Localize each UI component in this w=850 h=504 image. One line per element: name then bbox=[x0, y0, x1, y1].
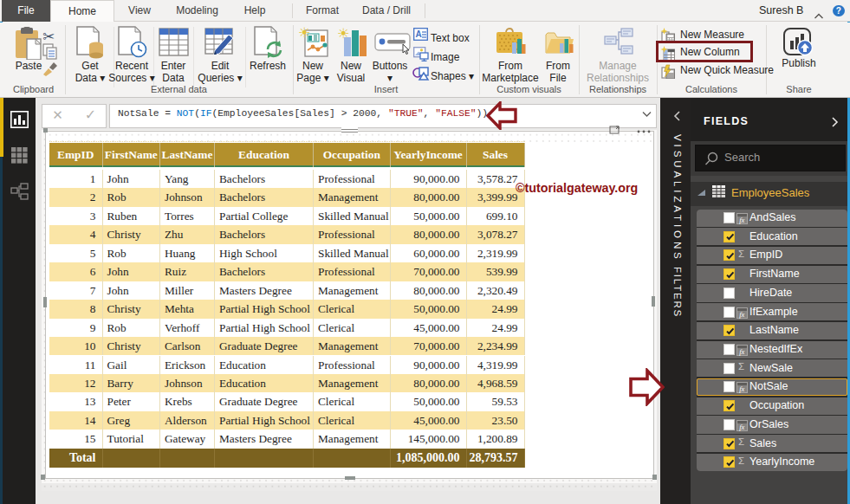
svg-text:fx: fx bbox=[739, 384, 744, 393]
svg-text:fx: fx bbox=[739, 347, 744, 356]
svg-text:fx: fx bbox=[739, 216, 744, 224]
svg-text:☀: ☀ bbox=[298, 27, 310, 40]
svg-text:fx: fx bbox=[739, 423, 744, 431]
svg-text:fx: fx bbox=[739, 310, 744, 319]
svg-text:☀: ☀ bbox=[337, 27, 349, 41]
svg-text:A: A bbox=[416, 29, 422, 39]
